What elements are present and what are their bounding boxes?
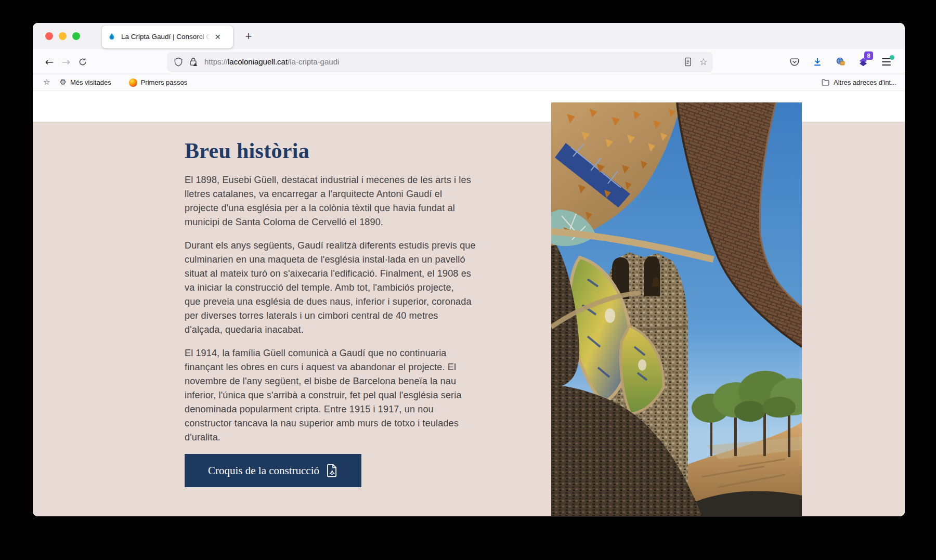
lock-warning-icon[interactable] bbox=[188, 57, 199, 67]
tab-title-wrap: La Cripta Gaudí | Consorci Colon bbox=[121, 32, 213, 42]
extension-globe-button[interactable] bbox=[831, 53, 850, 71]
cta-label: Croquis de la construcció bbox=[208, 464, 319, 477]
extension-badge: 8 bbox=[864, 51, 873, 60]
tab-strip: La Cripta Gaudí | Consorci Colon ✕ + bbox=[33, 23, 905, 49]
forward-button[interactable]: → bbox=[58, 54, 74, 70]
pocket-button[interactable] bbox=[785, 53, 804, 71]
traffic-lights bbox=[45, 32, 80, 40]
reload-icon bbox=[78, 57, 87, 67]
bookmark-star-icon[interactable]: ☆ bbox=[699, 57, 708, 67]
pocket-icon bbox=[789, 57, 800, 67]
plus-icon: + bbox=[245, 30, 252, 43]
forward-icon: → bbox=[62, 56, 71, 68]
page-title: Breu història bbox=[185, 138, 549, 164]
notification-dot bbox=[890, 55, 894, 60]
folder-icon bbox=[821, 78, 830, 87]
toolbar-extensions: 8 bbox=[785, 53, 895, 71]
extension-globe-icon bbox=[835, 56, 846, 67]
drupal-favicon-icon bbox=[107, 32, 116, 42]
firefox-icon bbox=[129, 79, 137, 87]
back-icon: ← bbox=[45, 56, 54, 68]
url-bar[interactable]: https://lacoloniaguell.cat/la-cripta-gau… bbox=[167, 52, 713, 72]
paragraph-3: El 1914, la família Güell comunicà a Gau… bbox=[185, 346, 549, 445]
bookmark-label: Primers passos bbox=[141, 79, 188, 86]
reload-button[interactable] bbox=[74, 54, 91, 70]
tab-close-icon[interactable]: ✕ bbox=[215, 33, 221, 41]
paragraph-2: Durant els anys següents, Gaudí realitzà… bbox=[185, 239, 549, 337]
navigation-toolbar: ← → https://lacoloniaguell.cat/la-cripta… bbox=[33, 49, 905, 74]
crypt-photo bbox=[551, 102, 802, 516]
bookmark-item-most-visited[interactable]: ⚙ Més visitades bbox=[57, 77, 113, 88]
croquis-pdf-button[interactable]: Croquis de la construcció bbox=[185, 454, 361, 487]
hamburger-icon bbox=[882, 58, 891, 66]
gear-icon: ⚙ bbox=[59, 79, 66, 86]
url-path: /la-cripta-gaudi bbox=[288, 57, 339, 66]
back-button[interactable]: ← bbox=[41, 54, 58, 70]
browser-window: La Cripta Gaudí | Consorci Colon ✕ + ← → bbox=[33, 23, 905, 516]
bookmark-label: Més visitades bbox=[70, 79, 111, 86]
shield-icon[interactable] bbox=[173, 57, 184, 67]
new-tab-button[interactable]: + bbox=[240, 28, 257, 45]
url-text[interactable]: https://lacoloniaguell.cat/la-cripta-gau… bbox=[204, 57, 683, 66]
extension-purple-button[interactable]: 8 bbox=[854, 53, 873, 71]
page-content: Breu història El 1898, Eusebi Güell, des… bbox=[33, 91, 905, 516]
reader-mode-icon[interactable] bbox=[683, 57, 693, 67]
bookmarks-bar: ☆ ⚙ Més visitades Primers passos Altres … bbox=[33, 74, 905, 91]
bookmarks-overflow-label: Altres adreces d'int... bbox=[834, 79, 896, 86]
bookmarks-overflow-button[interactable]: Altres adreces d'int... bbox=[821, 78, 896, 87]
recent-bookmarks-star-icon: ☆ bbox=[43, 79, 50, 86]
downloads-button[interactable] bbox=[808, 53, 827, 71]
url-protocol: https:// bbox=[204, 57, 228, 66]
close-window-button[interactable] bbox=[45, 32, 53, 40]
article: Breu història El 1898, Eusebi Güell, des… bbox=[185, 91, 549, 487]
bookmark-item-getting-started[interactable]: Primers passos bbox=[127, 77, 190, 88]
download-icon bbox=[812, 57, 823, 67]
menu-button[interactable] bbox=[877, 53, 895, 71]
url-domain: lacoloniaguell.cat bbox=[228, 57, 288, 66]
pdf-file-icon bbox=[326, 464, 338, 477]
minimize-window-button[interactable] bbox=[59, 32, 67, 40]
zoom-window-button[interactable] bbox=[72, 32, 80, 40]
tab-title-fade bbox=[197, 32, 213, 42]
paragraph-1: El 1898, Eusebi Güell, destacat industri… bbox=[185, 173, 549, 229]
recent-bookmarks-button[interactable]: ☆ bbox=[41, 77, 52, 88]
browser-tab[interactable]: La Cripta Gaudí | Consorci Colon ✕ bbox=[102, 25, 233, 48]
